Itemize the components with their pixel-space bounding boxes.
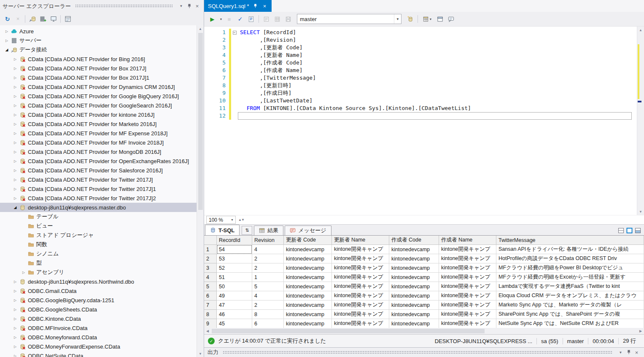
- comments-button[interactable]: [446, 14, 456, 24]
- grid-cell[interactable]: kintone開発キャンプ: [439, 245, 496, 254]
- grid-cell[interactable]: kintonedevcamp: [389, 273, 439, 282]
- editor-line[interactable]: 4 ,[更新者 Name]: [204, 51, 637, 59]
- editor-only-layout-button[interactable]: [617, 227, 625, 234]
- grid-cell[interactable]: 4: [252, 245, 284, 254]
- expand-arrow-icon[interactable]: ▷: [12, 196, 19, 200]
- scroll-down-arrow-icon[interactable]: ▼: [197, 350, 204, 357]
- scroll-down-arrow-icon[interactable]: ▼: [637, 208, 644, 215]
- tree-item[interactable]: ▷アセンブリ: [0, 268, 204, 277]
- split-layout-button[interactable]: [626, 227, 633, 234]
- grid-cell[interactable]: kintone開発キャンプ: [439, 291, 496, 301]
- combobox-caret-icon[interactable]: ▼: [394, 14, 401, 24]
- grid-cell[interactable]: kintone開発キャンプ: [332, 263, 389, 273]
- grid-row-header[interactable]: 2: [204, 254, 217, 263]
- tree-item[interactable]: ▷ODBC.Gmail.CData: [0, 286, 204, 295]
- expand-arrow-icon[interactable]: ▷: [12, 159, 19, 163]
- editor-line[interactable]: 5 ,[作成者 Code]: [204, 59, 637, 67]
- grid-cell[interactable]: 1: [252, 273, 284, 282]
- grid-cell[interactable]: kintonedevcamp: [389, 282, 439, 291]
- grid-column-header[interactable]: RecordId: [217, 236, 252, 245]
- tree-item[interactable]: ▷ODBC.GoogleSheets.CData: [0, 305, 204, 314]
- code-text[interactable]: ,[更新者 Name]: [238, 51, 303, 59]
- expand-arrow-icon[interactable]: ▷: [12, 132, 19, 135]
- code-text[interactable]: ,[LastTweetDate]: [238, 97, 313, 105]
- expand-arrow-icon[interactable]: ▷: [12, 57, 19, 61]
- tree-item[interactable]: ▷desktop-j8un11q¥sqlexpress.Northwind.db…: [0, 277, 204, 286]
- grid-cell[interactable]: kintonedevcamp: [284, 301, 332, 310]
- editor-line[interactable]: 9 ,[作成日時]: [204, 89, 637, 97]
- table-options-dropdown[interactable]: ▼: [420, 14, 434, 24]
- stop-query-button[interactable]: ■: [224, 14, 234, 24]
- zoom-caret-icon[interactable]: ▼: [229, 218, 235, 221]
- tree-item[interactable]: ▷CData [CData ADO.NET Provider for MF In…: [0, 138, 204, 147]
- grid-cell[interactable]: Sansan APIをドライバー化: 各種ツール・IDEから接続: [496, 245, 644, 254]
- grid-cell[interactable]: kintone開発キャンプ: [439, 282, 496, 291]
- editor-line[interactable]: 8 ,[更新日時]: [204, 82, 637, 89]
- expand-arrow-icon[interactable]: ▷: [12, 169, 19, 172]
- grid-cell[interactable]: 8: [252, 310, 284, 319]
- expand-arrow-icon[interactable]: ▷: [12, 141, 19, 145]
- tree-item[interactable]: ▷ODBC.MoneyForwardExpense.CData: [0, 342, 204, 351]
- grid-cell[interactable]: kintonedevcamp: [389, 319, 439, 328]
- expand-arrow-icon[interactable]: ▷: [12, 178, 19, 182]
- expand-arrow-icon[interactable]: ▷: [12, 76, 19, 80]
- grid-column-header[interactable]: 作成者 Name: [439, 236, 496, 245]
- tree-item[interactable]: シノニム: [0, 249, 204, 258]
- editor-line[interactable]: 7 ,[TwitterMessage]: [204, 74, 637, 82]
- code-text[interactable]: ,[TwitterMessage]: [238, 74, 316, 82]
- grid-cell[interactable]: Marketo Sync App では、Marketo データの複製（レ: [496, 301, 644, 310]
- grid-cell[interactable]: kintone開発キャンプ: [332, 291, 389, 301]
- tree-item[interactable]: ▷CData [CData ADO.NET Provider for Twitt…: [0, 175, 204, 184]
- collapse-arrow-icon[interactable]: ◢: [3, 48, 10, 52]
- tree-item[interactable]: ▷CData [CData ADO.NET Provider for Twitt…: [0, 184, 204, 193]
- tree-item[interactable]: ▷CData [CData ADO.NET Provider for Googl…: [0, 101, 204, 110]
- grid-cell[interactable]: kintone開発キャンプ: [332, 301, 389, 310]
- add-sharepoint-connection-button[interactable]: [48, 13, 59, 24]
- estimated-plan-button[interactable]: [246, 14, 256, 24]
- grid-cell[interactable]: kintone開発キャンプ: [332, 273, 389, 282]
- scroll-up-arrow-icon[interactable]: ▲: [197, 25, 204, 32]
- close-panel-icon[interactable]: ×: [193, 2, 201, 10]
- code-text[interactable]: [238, 112, 632, 120]
- code-text[interactable]: ,[作成者 Code]: [238, 59, 303, 67]
- code-text[interactable]: FROM [KINTONE].[CData Kintone Source Sys…: [238, 105, 471, 112]
- grid-horizontal-scrollbar[interactable]: ◀ ▶: [204, 328, 644, 334]
- tab-close-icon[interactable]: ×: [262, 3, 268, 9]
- results-only-layout-button[interactable]: [634, 227, 641, 234]
- tree-vertical-scrollbar[interactable]: ▲ ▼: [197, 25, 204, 357]
- expand-arrow-icon[interactable]: ▷: [12, 150, 19, 154]
- auto-populate-descendants-button[interactable]: [62, 13, 73, 24]
- expand-arrow-icon[interactable]: ▷: [3, 39, 10, 43]
- refresh-button[interactable]: ↻: [2, 13, 13, 24]
- pin-icon[interactable]: [625, 349, 633, 357]
- tree-item[interactable]: ▷ODBC.Kintone.CData: [0, 314, 204, 323]
- grid-cell[interactable]: 47: [217, 301, 252, 310]
- grid-row-header[interactable]: 6: [204, 291, 217, 301]
- grid-column-header[interactable]: 更新者 Code: [284, 236, 332, 245]
- pin-icon[interactable]: [185, 2, 193, 10]
- grid-cell[interactable]: MFクラウド経費の明細をPower BI Desktopでビジュ: [496, 263, 644, 273]
- tree-item[interactable]: ▷CData [CData ADO.NET Provider for Box 2…: [0, 73, 204, 82]
- tree-item[interactable]: テーブル: [0, 212, 204, 221]
- scroll-up-arrow-icon[interactable]: ▲: [637, 27, 644, 33]
- grid-cell[interactable]: Lambdaで実現するデータ連携FaaS（Twitter to kint: [496, 282, 644, 291]
- grid-corner-header[interactable]: [204, 236, 217, 245]
- grid-cell[interactable]: kintone開発キャンプ: [332, 310, 389, 319]
- tree-item[interactable]: ビュー: [0, 221, 204, 231]
- grid-cell[interactable]: kintone開発キャンプ: [439, 301, 496, 310]
- tree-item[interactable]: ▷ODBC.MFInvoice.CData: [0, 323, 204, 333]
- editor-line[interactable]: 2 ,[Revision]: [204, 36, 637, 44]
- expand-arrow-icon[interactable]: ▷: [12, 280, 19, 284]
- editor-line[interactable]: 1−SELECT [RecordId]: [204, 29, 637, 36]
- results-to-file-button[interactable]: [283, 14, 294, 24]
- panel-drag-grip[interactable]: [223, 351, 612, 354]
- tree-item[interactable]: ▷ODBC.NetSuite.CData: [0, 351, 204, 357]
- expand-arrow-icon[interactable]: ▷: [12, 289, 19, 293]
- grid-cell[interactable]: 4: [252, 291, 284, 301]
- window-position-chevron-icon[interactable]: ▼: [617, 349, 625, 357]
- editor-line[interactable]: 12: [204, 112, 637, 120]
- grid-cell[interactable]: kintone開発キャンプ: [439, 263, 496, 273]
- grid-row-header[interactable]: 1: [204, 245, 217, 254]
- code-text[interactable]: ,[更新者 Code]: [238, 44, 303, 51]
- tree-item[interactable]: ▷サーバー: [0, 36, 204, 45]
